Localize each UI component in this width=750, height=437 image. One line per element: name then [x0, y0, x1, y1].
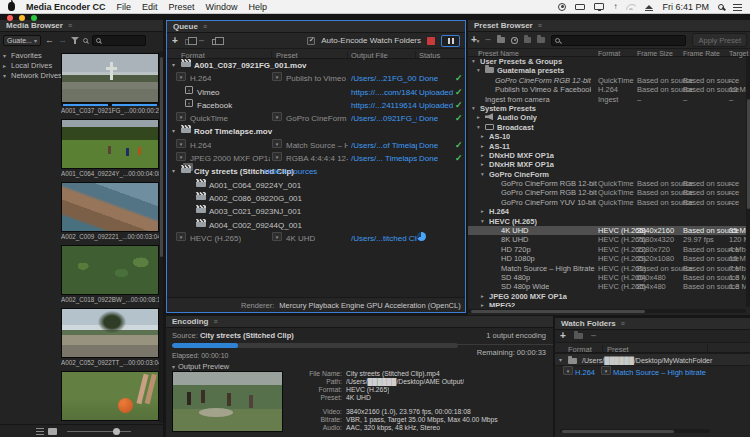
renderer-dropdown[interactable]: Mercury Playback Engine GPU Acceleration… — [279, 301, 460, 310]
chevron-icon[interactable]: ▸ — [477, 113, 480, 122]
preset-name[interactable]: GoPro CineForm — [489, 170, 549, 179]
chevron-icon[interactable]: ▸ — [481, 301, 484, 307]
preset-dropdown-icon[interactable]: ▾ — [601, 366, 611, 375]
chevron-icon[interactable]: ▾ — [477, 123, 480, 132]
preset-name[interactable]: Broadcast — [497, 123, 534, 132]
screen-record-icon[interactable] — [558, 3, 566, 11]
tab-media-browser[interactable]: Media Browser — [6, 21, 63, 30]
stop-queue-button[interactable] — [427, 37, 435, 45]
panel-menu-icon[interactable]: ≡ — [213, 318, 217, 325]
apple-menu-icon[interactable] — [8, 2, 15, 11]
output-file-link[interactable]: /Users/...of Timelapse.mp4 — [351, 139, 417, 152]
preset-search-input[interactable] — [563, 37, 682, 44]
preset-row[interactable]: HD 1080p HEVC (H.265) 1920x1080 Based on… — [468, 254, 746, 263]
preset-row[interactable]: ▾ GoPro CineForm — [468, 170, 746, 179]
menu-edit[interactable]: Edit — [142, 2, 158, 12]
queue-row[interactable]: ▾ A001_C037_0921FG_001.mov — [167, 59, 465, 72]
preset-row[interactable]: Ingest from camera Ingest – – – — [468, 95, 746, 104]
preset-name[interactable]: DNxHD MXF OP1a — [489, 151, 554, 160]
preset-name[interactable]: HEVC (H.265) — [489, 217, 537, 226]
menu-window[interactable]: Window — [206, 2, 238, 12]
add-watch-output-button[interactable] — [574, 333, 583, 339]
format-dropdown-icon[interactable]: ▾ — [176, 152, 186, 161]
preset-name[interactable]: H.264 — [489, 207, 509, 216]
preset-dropdown-icon[interactable]: ▾ — [272, 152, 282, 161]
queue-format[interactable]: JPEG 2000 MXF OP1a — [190, 152, 270, 165]
zoom-window-button[interactable] — [31, 15, 37, 21]
queue-row[interactable]: ▾ JPEG 2000 MXF OP1a ▾ RGBA 4:4:4:4 12-b… — [167, 152, 465, 165]
preset-name[interactable]: MPEG2 — [489, 301, 515, 307]
queue-row[interactable]: A003_C021_0923NJ_001 — [167, 205, 465, 218]
queue-format[interactable]: QuickTime — [190, 112, 228, 125]
duplicate-button[interactable] — [212, 39, 219, 45]
preset-dropdown-icon[interactable]: ▾ — [272, 112, 282, 121]
tab-preset-browser[interactable]: Preset Browser — [474, 21, 533, 30]
preset-search-box[interactable] — [551, 35, 686, 46]
preset-row[interactable]: ▸ AS-10 — [468, 132, 746, 141]
preset-vertical-scrollbar[interactable] — [746, 57, 750, 307]
queue-row[interactable]: A001_C064_09224Y_001 — [167, 179, 465, 192]
chevron-icon[interactable]: ▾ — [172, 59, 175, 72]
preset-settings-button[interactable] — [511, 37, 517, 44]
output-file-link[interactable]: /Users/...21FG_001_1.mp4 — [351, 72, 417, 85]
preset-name[interactable]: HD 720p — [501, 245, 531, 254]
clip-thumbnail[interactable] — [61, 308, 159, 358]
media-search-input[interactable] — [104, 37, 142, 44]
media-clip[interactable]: A002_C018_0922BW_... 00:00:08:13 — [61, 245, 159, 303]
media-clip[interactable]: A002_C052_0922TT_... 00:00:03:04 — [61, 308, 159, 366]
preset-row[interactable]: ▾ System Presets — [468, 104, 746, 113]
thumbnail-view-icon[interactable] — [48, 428, 57, 435]
clip-thumbnail[interactable] — [61, 53, 159, 103]
format-dropdown-icon[interactable]: ▾ — [176, 139, 186, 148]
eject-icon[interactable] — [645, 5, 653, 9]
chevron-icon[interactable]: ▾ — [481, 170, 484, 179]
watch-folder-row[interactable]: ▾ /Users/██████/Desktop/MyWatchFolder — [555, 353, 750, 366]
preset-row[interactable]: GoPro CineForm RGB 12-bit with alpha... … — [468, 188, 746, 197]
back-button[interactable]: ← — [45, 36, 54, 45]
media-clip[interactable]: A002_C009_092221_... 00:00:03:04 — [61, 182, 159, 240]
clip-thumbnail[interactable] — [61, 119, 159, 169]
preset-name[interactable]: User Presets & Groups — [480, 57, 562, 66]
media-search-box[interactable] — [92, 35, 146, 46]
queue-row[interactable]: ↑ Vimeo https://....com/184066142 Upload… — [167, 86, 465, 99]
filter-icon[interactable] — [71, 37, 79, 45]
preset-row[interactable]: 8K UHD HEVC (H.265) 7680x4320 29.97 fps … — [468, 235, 746, 244]
chevron-icon[interactable]: ▸ — [481, 160, 484, 169]
queue-format[interactable]: H.264 — [190, 72, 211, 85]
format-dropdown-icon[interactable]: ▾ — [176, 112, 186, 121]
preset-name[interactable]: DNxHR MXF OP1a — [489, 160, 554, 169]
new-group-button[interactable] — [497, 37, 505, 43]
output-file-link[interactable]: https://...24119614602283 — [351, 99, 417, 112]
preset-row[interactable]: GoPro CineForm RGB 12-bit with alpha (Al… — [468, 76, 746, 85]
output-file-link[interactable]: /Users/... Timelapse_1.mxf — [351, 152, 417, 165]
watch-folder-output-row[interactable]: ▾ H.264 ▾ Match Source – High bitrate — [555, 366, 750, 379]
chevron-icon[interactable]: ▸ — [481, 151, 484, 160]
preset-name[interactable]: JPEG 2000 MXF OP1a — [489, 292, 567, 301]
queue-row[interactable]: ▾ H.264 ▾ Match Source – High bitr... /U… — [167, 139, 465, 152]
auto-encode-checkbox[interactable] — [307, 37, 315, 45]
clip-thumbnail[interactable] — [61, 371, 159, 421]
preset-row[interactable]: 4K UHD HEVC (H.265) 3840x2160 Based on s… — [468, 226, 746, 235]
wifi-icon[interactable] — [626, 3, 636, 10]
preset-row[interactable]: GoPro CineForm RGB 12-bit with alpha Qui… — [468, 179, 746, 188]
remove-button[interactable]: − — [199, 36, 205, 46]
menu-file[interactable]: File — [117, 2, 132, 12]
menu-preset[interactable]: Preset — [169, 2, 195, 12]
preset-row[interactable]: ▸ DNxHR MXF OP1a — [468, 160, 746, 169]
preset-dropdown-icon[interactable]: ▾ — [272, 72, 282, 81]
preset-row[interactable]: ▾ User Presets & Groups — [468, 57, 746, 66]
preset-name[interactable]: 4K UHD — [501, 226, 529, 235]
arrow-up-icon[interactable]: ↑ — [613, 2, 617, 11]
chevron-icon[interactable]: ▾ — [3, 71, 6, 81]
preset-name[interactable]: GoPro CineForm YUV 10-bit — [501, 198, 596, 207]
preset-row[interactable]: SD 480p Wide HEVC (H.265) 854x480 Based … — [468, 282, 746, 291]
preset-row[interactable]: ▸ DNxHD MXF OP1a — [468, 151, 746, 160]
preset-row[interactable]: SD 480p HEVC (H.265) 640x480 Based on so… — [468, 273, 746, 282]
forward-button[interactable]: → — [58, 36, 67, 45]
queue-preset[interactable]: GoPro CineForm RGB 12... — [286, 112, 348, 125]
list-view-icon[interactable] — [36, 428, 44, 435]
preset-row[interactable]: ▸ MPEG2 — [468, 301, 746, 307]
spotlight-search-icon[interactable] — [718, 4, 724, 10]
apply-preset-button[interactable]: Apply Preset — [692, 33, 747, 47]
preset-name[interactable]: Ingest from camera — [485, 95, 550, 104]
